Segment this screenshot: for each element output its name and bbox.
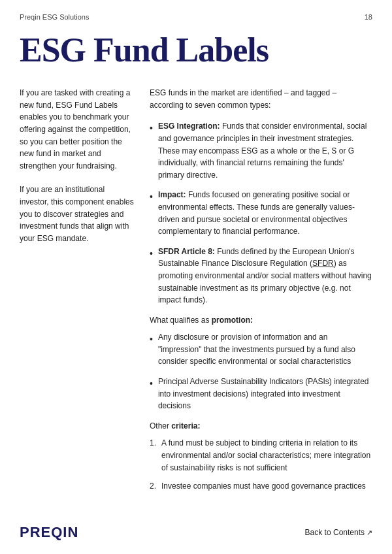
main-bullet-list: • ESG Integration: Funds that consider e… — [150, 120, 372, 306]
promotion-prefix: What qualifies as — [150, 316, 212, 325]
list-item-esg-integration: • ESG Integration: Funds that consider e… — [150, 120, 372, 181]
criteria-bold: criteria: — [171, 421, 200, 431]
criteria-text-1: A fund must be subject to binding criter… — [161, 437, 372, 474]
term-impact: Impact: — [158, 190, 186, 199]
page-number: 18 — [365, 13, 372, 21]
list-item-impact: • Impact: Funds focused on generating po… — [150, 189, 372, 237]
text-impact: Funds focused on generating positive soc… — [158, 190, 355, 236]
bullet-dot-2: • — [150, 190, 153, 204]
bullet-dot-p1: • — [150, 333, 153, 347]
preqin-logo: PREQIN — [20, 524, 78, 541]
left-column: If you are tasked with creating a new fu… — [20, 87, 134, 499]
promotion-bold: promotion: — [212, 316, 253, 325]
arrow-icon: ↗ — [367, 529, 372, 537]
criteria-num-2: 2. — [150, 480, 156, 493]
criteria-prefix: Other — [150, 421, 171, 431]
back-to-contents-label: Back to Contents — [305, 528, 365, 537]
criteria-list: 1. A fund must be subject to binding cri… — [150, 437, 372, 492]
promotion-text-1: Any disclosure or provision of informati… — [158, 331, 372, 368]
left-para-1: If you are tasked with creating a new fu… — [20, 87, 134, 172]
bullet-content-1: ESG Integration: Funds that consider env… — [158, 120, 372, 181]
sfdr-link: SFDR — [312, 259, 334, 268]
right-column: ESG funds in the market are identified –… — [150, 87, 372, 499]
intro-text: ESG funds in the market are identified –… — [150, 87, 372, 111]
page-footer: PREQIN Back to Contents ↗ — [20, 524, 372, 541]
criteria-item-1: 1. A fund must be subject to binding cri… — [150, 437, 372, 474]
bullet-content-2: Impact: Funds focused on generating posi… — [158, 189, 372, 237]
page-container: Preqin ESG Solutions 18 ESG Fund Labels … — [0, 0, 392, 554]
back-to-contents-link[interactable]: Back to Contents ↗ — [305, 528, 372, 537]
criteria-heading: Other criteria: — [150, 420, 372, 432]
criteria-item-2: 2. Investee companies must have good gov… — [150, 480, 372, 493]
list-item-promotion-1: • Any disclosure or provision of informa… — [150, 331, 372, 368]
term-esg-integration: ESG Integration: — [158, 122, 220, 131]
left-para-2: If you are an institutional investor, th… — [20, 184, 134, 244]
brand-label: Preqin ESG Solutions — [20, 13, 89, 21]
bullet-dot-p2: • — [150, 377, 153, 391]
promotion-text-2: Principal Adverse Sustainability Indicat… — [158, 376, 372, 412]
criteria-num-1: 1. — [150, 437, 156, 449]
promotion-heading: What qualifies as promotion: — [150, 314, 372, 327]
list-item-sfdr: • SFDR Article 8: Funds defined by the E… — [150, 246, 372, 306]
list-item-promotion-2: • Principal Adverse Sustainability Indic… — [150, 376, 372, 412]
criteria-text-2: Investee companies must have good govern… — [161, 480, 366, 493]
page-header: Preqin ESG Solutions 18 — [20, 13, 372, 21]
bullet-content-3: SFDR Article 8: Funds defined by the Eur… — [158, 246, 372, 306]
promotion-list: • Any disclosure or provision of informa… — [150, 331, 372, 412]
content-body: If you are tasked with creating a new fu… — [20, 87, 372, 499]
bullet-dot-1: • — [150, 122, 153, 136]
bullet-dot-3: • — [150, 247, 153, 261]
term-sfdr: SFDR Article 8: — [158, 247, 215, 256]
page-title: ESG Fund Labels — [20, 31, 372, 69]
